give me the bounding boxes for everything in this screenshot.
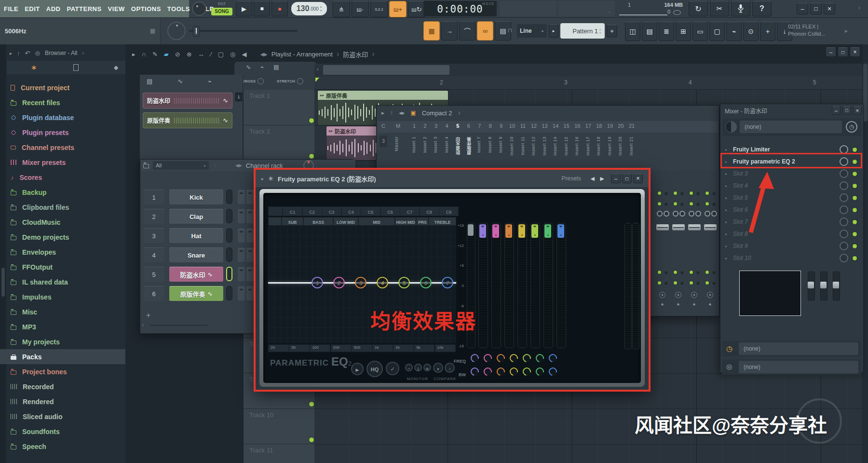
fl-studio-app: FILEEDITADDPATTERNSVIEWOPTIONSTOOLSHELP …: [0, 0, 868, 463]
watermark-text: 风闻社区@奈奈分享社: [564, 410, 827, 438]
